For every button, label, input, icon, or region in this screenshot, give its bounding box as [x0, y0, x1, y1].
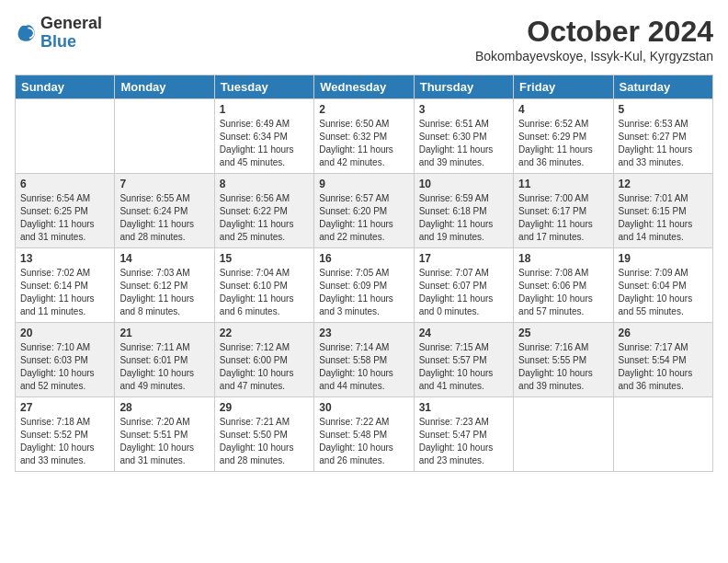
day-info: Sunrise: 6:56 AM Sunset: 6:22 PM Dayligh… — [220, 192, 309, 244]
table-row — [613, 397, 712, 472]
col-wednesday: Wednesday — [314, 75, 414, 99]
day-info: Sunrise: 6:54 AM Sunset: 6:25 PM Dayligh… — [20, 192, 109, 244]
table-row: 30Sunrise: 7:22 AM Sunset: 5:48 PM Dayli… — [314, 397, 414, 472]
table-row: 10Sunrise: 6:59 AM Sunset: 6:18 PM Dayli… — [414, 174, 513, 248]
day-info: Sunrise: 7:22 AM Sunset: 5:48 PM Dayligh… — [319, 416, 408, 467]
day-number: 10 — [419, 178, 508, 190]
day-number: 12 — [619, 178, 708, 190]
day-info: Sunrise: 7:03 AM Sunset: 6:12 PM Dayligh… — [119, 267, 209, 318]
day-number: 30 — [319, 401, 408, 414]
table-row: 26Sunrise: 7:17 AM Sunset: 5:54 PM Dayli… — [613, 323, 712, 397]
table-row: 8Sunrise: 6:56 AM Sunset: 6:22 PM Daylig… — [214, 174, 313, 248]
day-number: 14 — [119, 252, 209, 265]
page-container: General Blue October 2024 Bokombayevskoy… — [0, 0, 728, 479]
calendar-week-row: 20Sunrise: 7:10 AM Sunset: 6:03 PM Dayli… — [16, 323, 713, 397]
day-info: Sunrise: 7:01 AM Sunset: 6:15 PM Dayligh… — [619, 192, 708, 244]
day-info: Sunrise: 6:59 AM Sunset: 6:18 PM Dayligh… — [419, 192, 508, 244]
calendar-week-row: 27Sunrise: 7:18 AM Sunset: 5:52 PM Dayli… — [16, 397, 713, 472]
day-number: 8 — [220, 178, 309, 190]
table-row: 27Sunrise: 7:18 AM Sunset: 5:52 PM Dayli… — [16, 397, 115, 472]
title-block: October 2024 Bokombayevskoye, Issyk-Kul,… — [475, 15, 713, 63]
table-row: 3Sunrise: 6:51 AM Sunset: 6:30 PM Daylig… — [414, 99, 513, 174]
logo-text: General Blue — [40, 15, 102, 52]
day-number: 29 — [220, 401, 309, 414]
table-row: 21Sunrise: 7:11 AM Sunset: 6:01 PM Dayli… — [115, 323, 214, 397]
day-number: 13 — [20, 252, 109, 265]
logo-blue-text: Blue — [40, 33, 102, 52]
day-info: Sunrise: 7:09 AM Sunset: 6:04 PM Dayligh… — [619, 267, 708, 318]
table-row: 14Sunrise: 7:03 AM Sunset: 6:12 PM Dayli… — [115, 248, 214, 323]
calendar-week-row: 13Sunrise: 7:02 AM Sunset: 6:14 PM Dayli… — [16, 248, 713, 323]
day-info: Sunrise: 7:08 AM Sunset: 6:06 PM Dayligh… — [518, 267, 608, 318]
day-number: 9 — [319, 178, 408, 190]
day-info: Sunrise: 7:10 AM Sunset: 6:03 PM Dayligh… — [20, 341, 109, 393]
day-info: Sunrise: 7:18 AM Sunset: 5:52 PM Dayligh… — [20, 416, 109, 467]
table-row: 6Sunrise: 6:54 AM Sunset: 6:25 PM Daylig… — [16, 174, 115, 248]
day-number: 3 — [419, 103, 508, 116]
table-row: 23Sunrise: 7:14 AM Sunset: 5:58 PM Dayli… — [314, 323, 414, 397]
table-row: 7Sunrise: 6:55 AM Sunset: 6:24 PM Daylig… — [115, 174, 214, 248]
day-number: 22 — [220, 327, 309, 339]
calendar-week-row: 1Sunrise: 6:49 AM Sunset: 6:34 PM Daylig… — [16, 99, 713, 174]
table-row: 22Sunrise: 7:12 AM Sunset: 6:00 PM Dayli… — [214, 323, 313, 397]
day-info: Sunrise: 7:17 AM Sunset: 5:54 PM Dayligh… — [619, 341, 708, 393]
day-info: Sunrise: 7:20 AM Sunset: 5:51 PM Dayligh… — [119, 416, 209, 467]
day-info: Sunrise: 7:11 AM Sunset: 6:01 PM Dayligh… — [119, 341, 209, 393]
day-info: Sunrise: 6:53 AM Sunset: 6:27 PM Dayligh… — [619, 118, 708, 169]
day-number: 21 — [119, 327, 209, 339]
day-number: 4 — [518, 103, 608, 116]
calendar-week-row: 6Sunrise: 6:54 AM Sunset: 6:25 PM Daylig… — [16, 174, 713, 248]
table-row: 2Sunrise: 6:50 AM Sunset: 6:32 PM Daylig… — [314, 99, 414, 174]
day-number: 19 — [619, 252, 708, 265]
day-number: 5 — [619, 103, 708, 116]
day-info: Sunrise: 7:21 AM Sunset: 5:50 PM Dayligh… — [220, 416, 309, 467]
table-row: 11Sunrise: 7:00 AM Sunset: 6:17 PM Dayli… — [514, 174, 613, 248]
header: General Blue October 2024 Bokombayevskoy… — [15, 15, 713, 63]
day-number: 28 — [119, 401, 209, 414]
day-info: Sunrise: 6:52 AM Sunset: 6:29 PM Dayligh… — [518, 118, 608, 169]
table-row: 15Sunrise: 7:04 AM Sunset: 6:10 PM Dayli… — [214, 248, 313, 323]
day-number: 26 — [619, 327, 708, 339]
day-number: 1 — [220, 103, 309, 116]
day-number: 2 — [319, 103, 408, 116]
day-info: Sunrise: 7:05 AM Sunset: 6:09 PM Dayligh… — [319, 267, 408, 318]
day-info: Sunrise: 7:07 AM Sunset: 6:07 PM Dayligh… — [419, 267, 508, 318]
table-row: 1Sunrise: 6:49 AM Sunset: 6:34 PM Daylig… — [214, 99, 313, 174]
table-row: 31Sunrise: 7:23 AM Sunset: 5:47 PM Dayli… — [414, 397, 513, 472]
day-number: 6 — [20, 178, 109, 190]
logo-icon — [15, 22, 37, 44]
day-number: 25 — [518, 327, 608, 339]
calendar-table: Sunday Monday Tuesday Wednesday Thursday… — [15, 75, 713, 472]
table-row: 19Sunrise: 7:09 AM Sunset: 6:04 PM Dayli… — [613, 248, 712, 323]
col-friday: Friday — [514, 75, 613, 99]
table-row: 18Sunrise: 7:08 AM Sunset: 6:06 PM Dayli… — [514, 248, 613, 323]
logo-general-text: General — [40, 15, 102, 33]
table-row — [115, 99, 214, 174]
table-row: 29Sunrise: 7:21 AM Sunset: 5:50 PM Dayli… — [214, 397, 313, 472]
day-info: Sunrise: 7:15 AM Sunset: 5:57 PM Dayligh… — [419, 341, 508, 393]
col-sunday: Sunday — [16, 75, 115, 99]
col-monday: Monday — [115, 75, 214, 99]
day-info: Sunrise: 7:04 AM Sunset: 6:10 PM Dayligh… — [220, 267, 309, 318]
day-info: Sunrise: 7:12 AM Sunset: 6:00 PM Dayligh… — [220, 341, 309, 393]
logo: General Blue — [15, 15, 102, 52]
table-row: 13Sunrise: 7:02 AM Sunset: 6:14 PM Dayli… — [16, 248, 115, 323]
day-number: 31 — [419, 401, 508, 414]
day-number: 7 — [119, 178, 209, 190]
table-row: 12Sunrise: 7:01 AM Sunset: 6:15 PM Dayli… — [613, 174, 712, 248]
day-number: 20 — [20, 327, 109, 339]
table-row — [514, 397, 613, 472]
table-row: 16Sunrise: 7:05 AM Sunset: 6:09 PM Dayli… — [314, 248, 414, 323]
col-saturday: Saturday — [613, 75, 712, 99]
location-title: Bokombayevskoye, Issyk-Kul, Kyrgyzstan — [475, 49, 713, 63]
table-row: 5Sunrise: 6:53 AM Sunset: 6:27 PM Daylig… — [613, 99, 712, 174]
col-tuesday: Tuesday — [214, 75, 313, 99]
day-number: 18 — [518, 252, 608, 265]
day-number: 24 — [419, 327, 508, 339]
day-info: Sunrise: 6:57 AM Sunset: 6:20 PM Dayligh… — [319, 192, 408, 244]
day-number: 16 — [319, 252, 408, 265]
day-info: Sunrise: 7:00 AM Sunset: 6:17 PM Dayligh… — [518, 192, 608, 244]
table-row: 28Sunrise: 7:20 AM Sunset: 5:51 PM Dayli… — [115, 397, 214, 472]
table-row: 9Sunrise: 6:57 AM Sunset: 6:20 PM Daylig… — [314, 174, 414, 248]
day-info: Sunrise: 7:02 AM Sunset: 6:14 PM Dayligh… — [20, 267, 109, 318]
